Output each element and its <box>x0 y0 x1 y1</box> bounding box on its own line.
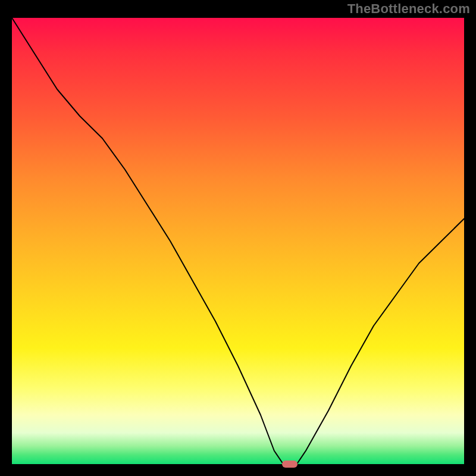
chart-frame: TheBottleneck.com <box>0 0 476 476</box>
bottleneck-curve <box>12 18 464 464</box>
optimal-point-marker <box>282 461 298 468</box>
attribution-text: TheBottleneck.com <box>347 1 470 17</box>
plot-area <box>12 18 464 464</box>
curve-path <box>12 18 464 464</box>
